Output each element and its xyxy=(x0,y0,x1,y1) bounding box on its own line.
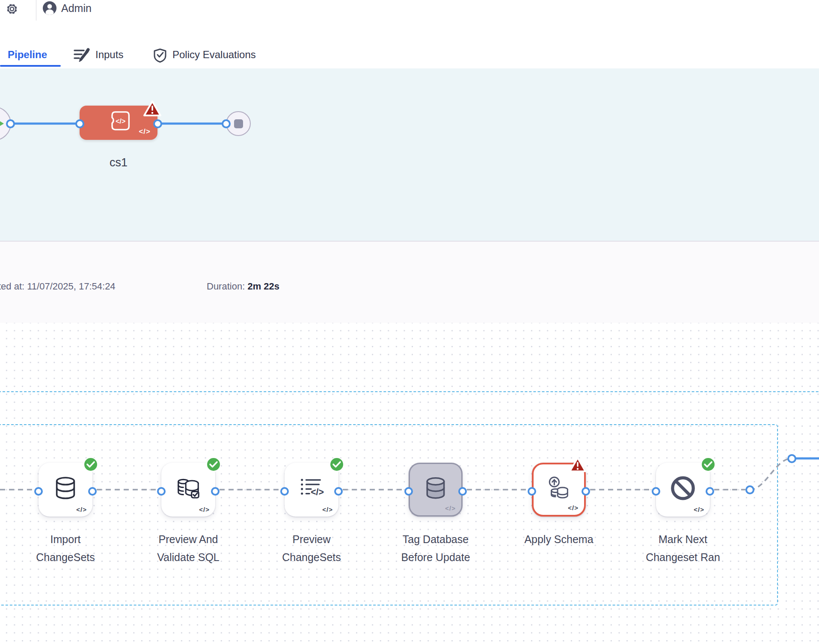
code-glyph: </> xyxy=(76,506,87,513)
database-icon xyxy=(52,475,79,503)
stop-icon xyxy=(234,119,243,128)
stage-name[interactable]: cs1 xyxy=(80,156,157,169)
connector-dot[interactable] xyxy=(787,454,796,463)
connector-dot[interactable] xyxy=(222,119,231,128)
success-badge xyxy=(329,457,344,472)
gear-icon[interactable] xyxy=(4,1,20,18)
connector-dot[interactable] xyxy=(528,487,536,496)
database-upload-icon xyxy=(546,475,572,503)
connector-dot[interactable] xyxy=(652,487,660,496)
code-glyph: </> xyxy=(139,127,151,136)
step-node-preview-and-validate-sql[interactable]: </> xyxy=(161,463,215,517)
success-badge xyxy=(701,457,715,472)
svg-text:</>: </> xyxy=(311,487,324,497)
shield-check-icon xyxy=(153,48,167,65)
step-label: Mark Next Changeset Ran xyxy=(614,530,751,566)
connector-dot[interactable] xyxy=(211,487,220,496)
header-divider xyxy=(36,0,36,21)
connector-dot[interactable] xyxy=(153,119,162,128)
step-node-apply-schema[interactable]: </> xyxy=(532,463,586,517)
code-glyph: </> xyxy=(568,504,579,511)
stage-node-cs1[interactable]: </> </> xyxy=(80,106,157,140)
connector-dot[interactable] xyxy=(745,485,754,494)
user-avatar-icon[interactable] xyxy=(42,1,57,17)
started-at-text: ted at: 11/07/2025, 17:54:24 xyxy=(0,281,116,292)
connector-dot[interactable] xyxy=(404,487,413,496)
success-badge xyxy=(206,457,221,472)
user-name[interactable]: Admin xyxy=(61,2,92,15)
stage-graph-canvas[interactable]: </> </> cs1 xyxy=(0,68,819,241)
step-label: Tag Database Before Update xyxy=(367,530,504,566)
code-glyph: </> xyxy=(445,505,456,512)
step-node-tag-database-before-update[interactable]: </> xyxy=(409,463,463,517)
database-check-icon xyxy=(175,475,202,503)
duration-text: Duration: 2m 22s xyxy=(207,281,279,292)
duration-value: 2m 22s xyxy=(247,281,279,292)
inputs-icon xyxy=(73,48,90,64)
success-badge xyxy=(83,457,98,472)
code-glyph: </> xyxy=(694,506,704,513)
ban-icon xyxy=(670,475,696,503)
connector-dot[interactable] xyxy=(334,487,343,496)
stage-connectors xyxy=(0,68,819,241)
connector-dot[interactable] xyxy=(88,487,97,496)
play-icon xyxy=(0,120,4,127)
step-node-import-changesets[interactable]: </> xyxy=(39,463,92,517)
step-label: Preview And Validate SQL xyxy=(120,530,257,566)
connector-dot[interactable] xyxy=(6,119,15,128)
execution-status-bar: ted at: 11/07/2025, 17:54:24 Duration: 2… xyxy=(0,241,819,324)
error-badge xyxy=(569,457,587,475)
stage-error-badge xyxy=(143,100,162,119)
connector-dot[interactable] xyxy=(582,487,590,496)
step-label: Preview ChangeSets xyxy=(243,530,380,566)
connector-dot[interactable] xyxy=(34,487,43,496)
step-label: Import ChangeSets xyxy=(0,530,134,566)
tab-pipeline[interactable]: Pipeline xyxy=(8,49,47,61)
step-node-mark-next-changeset-ran[interactable]: </> xyxy=(656,463,710,517)
step-label: Apply Schema xyxy=(490,530,627,548)
connector-dot[interactable] xyxy=(458,487,467,496)
code-glyph: </> xyxy=(199,506,210,513)
execution-graph-canvas[interactable]: </> Import ChangeSets xyxy=(0,323,819,644)
database-filled-icon xyxy=(423,476,448,503)
code-glyph: </> xyxy=(322,506,333,513)
connector-dot[interactable] xyxy=(280,487,289,496)
custom-stage-icon: </> xyxy=(106,108,131,135)
connector-dot[interactable] xyxy=(157,487,166,496)
tab-policy-evaluations[interactable]: Policy Evaluations xyxy=(153,49,256,61)
connector-dot[interactable] xyxy=(706,487,714,496)
tab-inputs[interactable]: Inputs xyxy=(73,49,123,61)
active-tab-underline xyxy=(0,65,61,67)
header-bar: Admin xyxy=(0,0,819,32)
step-node-preview-changesets[interactable]: </> </> xyxy=(285,463,338,517)
svg-text:</>: </> xyxy=(116,118,125,125)
pipeline-execution-page: Admin Pipeline Inputs xyxy=(0,0,819,644)
tab-bar: Pipeline Inputs Policy Evaluati xyxy=(0,32,819,68)
checklist-code-icon: </> xyxy=(298,475,325,503)
connector-dot[interactable] xyxy=(75,119,84,128)
